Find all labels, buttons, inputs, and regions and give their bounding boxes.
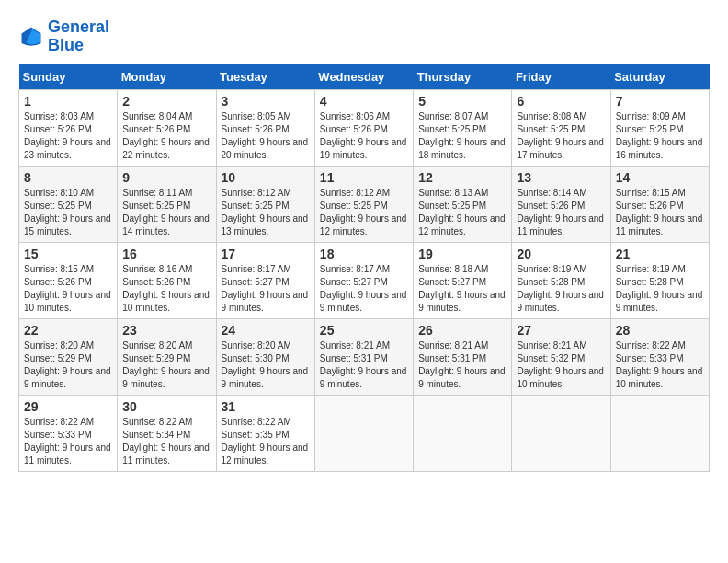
day-number: 6	[517, 94, 605, 109]
calendar-cell: 9 Sunrise: 8:11 AMSunset: 5:25 PMDayligh…	[118, 166, 216, 242]
logo-text: General Blue	[48, 18, 109, 55]
day-info: Sunrise: 8:22 AMSunset: 5:35 PMDaylight:…	[222, 417, 309, 465]
calendar-cell: 22 Sunrise: 8:20 AMSunset: 5:29 PMDaylig…	[19, 318, 118, 395]
day-number: 10	[222, 170, 310, 185]
day-number: 26	[418, 323, 506, 338]
day-info: Sunrise: 8:21 AMSunset: 5:31 PMDaylight:…	[418, 340, 506, 389]
day-number: 25	[320, 323, 408, 338]
day-info: Sunrise: 8:19 AMSunset: 5:28 PMDaylight:…	[517, 264, 604, 313]
day-info: Sunrise: 8:08 AMSunset: 5:25 PMDaylight:…	[517, 111, 604, 160]
calendar-cell: 24 Sunrise: 8:20 AMSunset: 5:30 PMDaylig…	[216, 318, 314, 395]
calendar-cell: 4 Sunrise: 8:06 AMSunset: 5:26 PMDayligh…	[314, 89, 413, 166]
day-info: Sunrise: 8:18 AMSunset: 5:27 PMDaylight:…	[418, 264, 506, 313]
calendar-cell: 11 Sunrise: 8:12 AMSunset: 5:25 PMDaylig…	[314, 166, 413, 242]
day-number: 18	[320, 247, 408, 261]
weekday-header-wednesday: Wednesday	[314, 64, 413, 90]
calendar-cell: 14 Sunrise: 8:15 AMSunset: 5:26 PMDaylig…	[610, 166, 709, 242]
calendar-cell	[610, 395, 709, 471]
day-number: 20	[517, 247, 605, 261]
day-number: 2	[122, 94, 210, 109]
calendar-week-row: 15 Sunrise: 8:15 AMSunset: 5:26 PMDaylig…	[19, 242, 710, 318]
day-number: 5	[418, 94, 506, 109]
day-number: 4	[320, 94, 408, 109]
calendar-cell: 16 Sunrise: 8:16 AMSunset: 5:26 PMDaylig…	[118, 242, 216, 318]
day-info: Sunrise: 8:17 AMSunset: 5:27 PMDaylight:…	[320, 264, 407, 313]
calendar-cell: 12 Sunrise: 8:13 AMSunset: 5:25 PMDaylig…	[414, 166, 512, 242]
weekday-header-saturday: Saturday	[610, 64, 709, 90]
calendar-cell: 25 Sunrise: 8:21 AMSunset: 5:31 PMDaylig…	[314, 318, 413, 395]
calendar-cell	[512, 395, 610, 471]
weekday-header-friday: Friday	[512, 64, 610, 90]
calendar-cell: 1 Sunrise: 8:03 AMSunset: 5:26 PMDayligh…	[19, 89, 118, 166]
calendar-cell: 8 Sunrise: 8:10 AMSunset: 5:25 PMDayligh…	[19, 166, 118, 242]
day-info: Sunrise: 8:12 AMSunset: 5:25 PMDaylight:…	[222, 188, 309, 236]
weekday-header-thursday: Thursday	[414, 64, 512, 90]
day-info: Sunrise: 8:11 AMSunset: 5:25 PMDaylight:…	[122, 188, 210, 236]
calendar-week-row: 8 Sunrise: 8:10 AMSunset: 5:25 PMDayligh…	[19, 166, 710, 242]
calendar-cell: 29 Sunrise: 8:22 AMSunset: 5:33 PMDaylig…	[19, 395, 118, 471]
calendar-week-row: 1 Sunrise: 8:03 AMSunset: 5:26 PMDayligh…	[19, 89, 710, 166]
calendar-cell: 28 Sunrise: 8:22 AMSunset: 5:33 PMDaylig…	[610, 318, 709, 395]
calendar-cell: 10 Sunrise: 8:12 AMSunset: 5:25 PMDaylig…	[216, 166, 314, 242]
day-number: 28	[616, 323, 704, 338]
weekday-header-monday: Monday	[118, 64, 216, 90]
day-info: Sunrise: 8:04 AMSunset: 5:26 PMDaylight:…	[122, 111, 210, 160]
day-info: Sunrise: 8:20 AMSunset: 5:29 PMDaylight:…	[24, 340, 111, 389]
page-header: General Blue	[18, 18, 710, 55]
calendar-cell: 17 Sunrise: 8:17 AMSunset: 5:27 PMDaylig…	[216, 242, 314, 318]
calendar-cell: 30 Sunrise: 8:22 AMSunset: 5:34 PMDaylig…	[118, 395, 216, 471]
calendar-cell: 6 Sunrise: 8:08 AMSunset: 5:25 PMDayligh…	[512, 89, 610, 166]
calendar-cell: 21 Sunrise: 8:19 AMSunset: 5:28 PMDaylig…	[610, 242, 709, 318]
calendar-cell: 18 Sunrise: 8:17 AMSunset: 5:27 PMDaylig…	[314, 242, 413, 318]
day-number: 9	[122, 170, 210, 185]
day-info: Sunrise: 8:10 AMSunset: 5:25 PMDaylight:…	[24, 188, 111, 236]
calendar-week-row: 29 Sunrise: 8:22 AMSunset: 5:33 PMDaylig…	[19, 395, 710, 471]
day-number: 7	[616, 94, 704, 109]
day-info: Sunrise: 8:12 AMSunset: 5:25 PMDaylight:…	[320, 188, 407, 236]
day-number: 21	[616, 247, 704, 261]
calendar-week-row: 22 Sunrise: 8:20 AMSunset: 5:29 PMDaylig…	[19, 318, 710, 395]
day-info: Sunrise: 8:15 AMSunset: 5:26 PMDaylight:…	[616, 188, 703, 236]
calendar-cell: 19 Sunrise: 8:18 AMSunset: 5:27 PMDaylig…	[414, 242, 512, 318]
day-info: Sunrise: 8:05 AMSunset: 5:26 PMDaylight:…	[222, 111, 309, 160]
day-number: 30	[122, 399, 210, 414]
calendar-cell: 31 Sunrise: 8:22 AMSunset: 5:35 PMDaylig…	[216, 395, 314, 471]
weekday-header-sunday: Sunday	[19, 64, 118, 90]
day-number: 16	[122, 247, 210, 261]
day-number: 31	[222, 399, 310, 414]
day-info: Sunrise: 8:13 AMSunset: 5:25 PMDaylight:…	[418, 188, 506, 236]
calendar-cell	[314, 395, 413, 471]
calendar-cell: 20 Sunrise: 8:19 AMSunset: 5:28 PMDaylig…	[512, 242, 610, 318]
calendar-table: SundayMondayTuesdayWednesdayThursdayFrid…	[18, 64, 710, 472]
calendar-cell: 27 Sunrise: 8:21 AMSunset: 5:32 PMDaylig…	[512, 318, 610, 395]
day-number: 29	[24, 399, 112, 414]
day-info: Sunrise: 8:03 AMSunset: 5:26 PMDaylight:…	[24, 111, 111, 160]
day-number: 27	[517, 323, 605, 338]
day-info: Sunrise: 8:22 AMSunset: 5:33 PMDaylight:…	[24, 417, 111, 465]
day-info: Sunrise: 8:19 AMSunset: 5:28 PMDaylight:…	[616, 264, 703, 313]
day-info: Sunrise: 8:21 AMSunset: 5:32 PMDaylight:…	[517, 340, 604, 389]
day-number: 15	[24, 247, 112, 261]
day-info: Sunrise: 8:20 AMSunset: 5:30 PMDaylight:…	[222, 340, 309, 389]
day-number: 23	[122, 323, 210, 338]
day-number: 24	[222, 323, 310, 338]
calendar-cell: 5 Sunrise: 8:07 AMSunset: 5:25 PMDayligh…	[414, 89, 512, 166]
day-info: Sunrise: 8:21 AMSunset: 5:31 PMDaylight:…	[320, 340, 407, 389]
day-number: 13	[517, 170, 605, 185]
day-info: Sunrise: 8:07 AMSunset: 5:25 PMDaylight:…	[418, 111, 506, 160]
day-number: 3	[222, 94, 310, 109]
calendar-cell	[414, 395, 512, 471]
calendar-cell: 2 Sunrise: 8:04 AMSunset: 5:26 PMDayligh…	[118, 89, 216, 166]
day-info: Sunrise: 8:22 AMSunset: 5:33 PMDaylight:…	[616, 340, 703, 389]
logo-icon	[18, 24, 44, 50]
weekday-header-tuesday: Tuesday	[216, 64, 314, 90]
day-info: Sunrise: 8:15 AMSunset: 5:26 PMDaylight:…	[24, 264, 111, 313]
day-info: Sunrise: 8:17 AMSunset: 5:27 PMDaylight:…	[222, 264, 309, 313]
day-number: 12	[418, 170, 506, 185]
day-number: 19	[418, 247, 506, 261]
calendar-cell: 23 Sunrise: 8:20 AMSunset: 5:29 PMDaylig…	[118, 318, 216, 395]
day-info: Sunrise: 8:09 AMSunset: 5:25 PMDaylight:…	[616, 111, 703, 160]
calendar-cell: 26 Sunrise: 8:21 AMSunset: 5:31 PMDaylig…	[414, 318, 512, 395]
day-number: 22	[24, 323, 112, 338]
calendar-cell: 13 Sunrise: 8:14 AMSunset: 5:26 PMDaylig…	[512, 166, 610, 242]
